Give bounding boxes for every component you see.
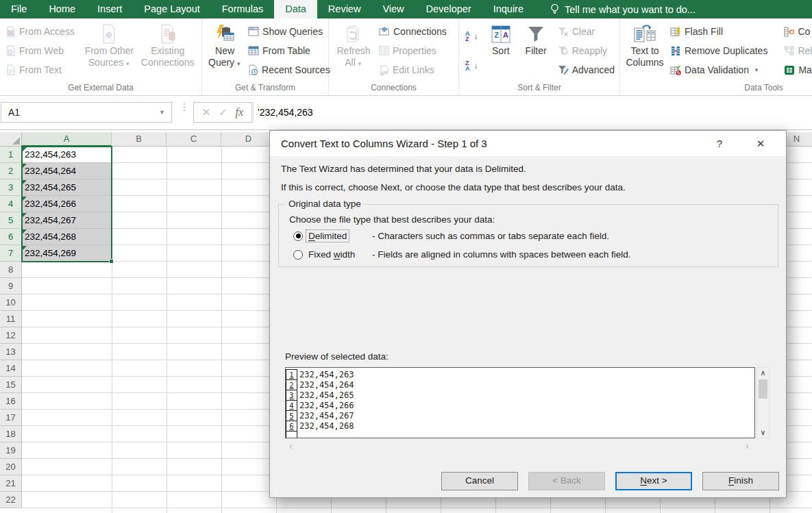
refresh-all-button[interactable]: Refresh All▼ [332, 20, 376, 82]
ribbon-tab[interactable]: Insert [86, 0, 133, 18]
ribbon-tab[interactable]: Review [317, 0, 372, 18]
recent-sources-icon [248, 64, 258, 75]
radio-circle-icon[interactable] [293, 250, 303, 260]
remove-duplicates-button[interactable]: Remove Duplicates [668, 42, 770, 60]
existing-connections-button[interactable]: Existing Connections [135, 20, 200, 82]
row-header[interactable]: 10 [0, 295, 22, 311]
enter-entry-icon[interactable]: ✓ [219, 106, 227, 118]
row-header[interactable]: 15 [0, 377, 22, 393]
cell[interactable]: 232,454,264 [22, 163, 112, 179]
row-header[interactable]: 22 [0, 492, 22, 508]
cancel-entry-icon[interactable]: ✕ [202, 106, 211, 118]
cell[interactable]: 232,454,266 [22, 196, 112, 212]
recent-sources-button[interactable]: Recent Sources [246, 61, 332, 79]
relationships-button[interactable]: Rel [782, 42, 812, 60]
data-preview-box[interactable]: 1 232,454,263 2 232,454,264 3 232,454,26… [285, 367, 755, 438]
row-header[interactable]: 13 [0, 344, 22, 360]
scroll-right-icon[interactable]: › [746, 440, 749, 451]
manage-data-model-button[interactable]: Ma [782, 61, 812, 79]
sort-descending-button[interactable]: ZA↓ [463, 57, 482, 75]
back-button[interactable]: < Back [528, 472, 605, 490]
filter-button[interactable]: Filter [518, 20, 554, 82]
row-header[interactable]: 5 [0, 212, 22, 229]
consolidate-button[interactable]: Co [782, 23, 812, 40]
ribbon-tab[interactable]: Formulas [211, 0, 274, 18]
scroll-left-icon[interactable]: ‹ [289, 440, 293, 451]
new-query-button[interactable]: New Query▼ [205, 20, 245, 82]
next-button[interactable]: Next > [615, 472, 692, 490]
dialog-title-bar[interactable]: Convert Text to Columns Wizard - Step 1 … [270, 131, 786, 156]
cell[interactable]: 232,454,267 [22, 212, 112, 229]
show-queries-button[interactable]: Show Queries [246, 23, 332, 40]
data-type-radio[interactable]: Fixed width - Fields are aligned in colu… [293, 248, 357, 261]
edit-links-button[interactable]: Edit Links [377, 61, 449, 79]
column-header[interactable]: B [112, 132, 167, 147]
cancel-button[interactable]: Cancel [441, 472, 518, 490]
row-header[interactable]: 7 [0, 245, 22, 262]
clear-filter-button[interactable]: Clear [556, 23, 617, 40]
row-header[interactable]: 20 [0, 459, 22, 475]
preview-row-number: 4 [286, 400, 297, 411]
dialog-help-button[interactable]: ? [706, 131, 733, 156]
row-header[interactable]: 21 [0, 475, 22, 492]
data-type-radio[interactable]: Delimited - Characters such as commas or… [293, 229, 357, 242]
scroll-down-icon[interactable]: ∨ [757, 428, 769, 437]
cell[interactable]: 232,454,265 [22, 179, 112, 196]
formula-bar-splitter[interactable]: ⋮ [180, 104, 186, 110]
row-header[interactable]: 12 [0, 327, 22, 344]
ribbon-tab[interactable]: Inquire [482, 0, 534, 18]
dialog-close-button[interactable]: ✕ [747, 131, 774, 156]
radio-circle-icon[interactable] [293, 232, 303, 241]
connections-button[interactable]: Connections [377, 23, 449, 40]
ribbon-tab[interactable]: View [371, 0, 415, 18]
recent-sources-label: Recent Sources [262, 64, 330, 75]
sort-button[interactable]: ZA Sort [484, 20, 517, 82]
cell[interactable]: 232,454,268 [22, 229, 112, 245]
row-header[interactable]: 8 [0, 262, 22, 278]
ribbon-tab[interactable]: Page Layout [133, 0, 210, 18]
column-header[interactable]: C [167, 132, 221, 147]
scroll-up-icon[interactable]: ∧ [757, 368, 769, 377]
properties-button[interactable]: Properties [377, 42, 449, 60]
column-header[interactable]: A [22, 132, 112, 147]
insert-function-icon[interactable]: fx [236, 106, 244, 118]
row-header[interactable]: 14 [0, 360, 22, 377]
row-header[interactable]: 1 [0, 147, 22, 163]
from-web-button[interactable]: From Web [4, 42, 82, 60]
name-box-dropdown-icon[interactable]: ▼ [159, 103, 165, 122]
from-text-button[interactable]: From Text [4, 61, 82, 79]
row-header[interactable]: 19 [0, 442, 22, 459]
from-table-button[interactable]: From Table [246, 42, 332, 60]
finish-button[interactable]: Finish [702, 472, 779, 490]
row-header[interactable]: 2 [0, 163, 22, 179]
flash-fill-button[interactable]: Flash Fill [668, 23, 770, 40]
cell[interactable]: 232,454,269 [22, 245, 112, 262]
ribbon-tab[interactable]: File [0, 0, 38, 18]
reapply-filter-button[interactable]: Reapply [556, 42, 617, 60]
row-header[interactable]: 17 [0, 410, 22, 426]
data-validation-button[interactable]: Data Validation ▼ [668, 61, 770, 79]
select-all-corner[interactable] [0, 132, 22, 147]
from-access-button[interactable]: A From Access [4, 23, 82, 40]
scrollbar-thumb[interactable] [759, 379, 767, 399]
row-header[interactable]: 4 [0, 196, 22, 212]
row-header[interactable]: 9 [0, 278, 22, 295]
row-header[interactable]: 18 [0, 426, 22, 442]
formula-input[interactable]: '232,454,263 [253, 102, 812, 123]
row-header[interactable]: 6 [0, 229, 22, 245]
from-other-sources-button[interactable]: From Other Sources▼ [83, 20, 135, 82]
ribbon-tab[interactable]: Home [38, 0, 86, 18]
ribbon-tab[interactable]: Data [274, 0, 317, 18]
row-header[interactable]: 16 [0, 393, 22, 410]
cell[interactable]: 232,454,263 [22, 147, 112, 163]
tell-me-box[interactable]: Tell me what you want to do... [550, 0, 696, 18]
preview-vertical-scrollbar[interactable]: ∧ ∨ [756, 367, 770, 438]
row-header[interactable]: 11 [0, 311, 22, 327]
name-box[interactable]: A1 ▼ [1, 102, 172, 123]
column-header[interactable]: D [221, 132, 276, 147]
sort-ascending-button[interactable]: AZ↓ [463, 27, 482, 45]
ribbon-tab[interactable]: Developer [415, 0, 482, 18]
text-to-columns-button[interactable]: Text to Columns [623, 20, 667, 82]
row-header[interactable]: 3 [0, 179, 22, 196]
advanced-filter-button[interactable]: Advanced [556, 61, 617, 79]
